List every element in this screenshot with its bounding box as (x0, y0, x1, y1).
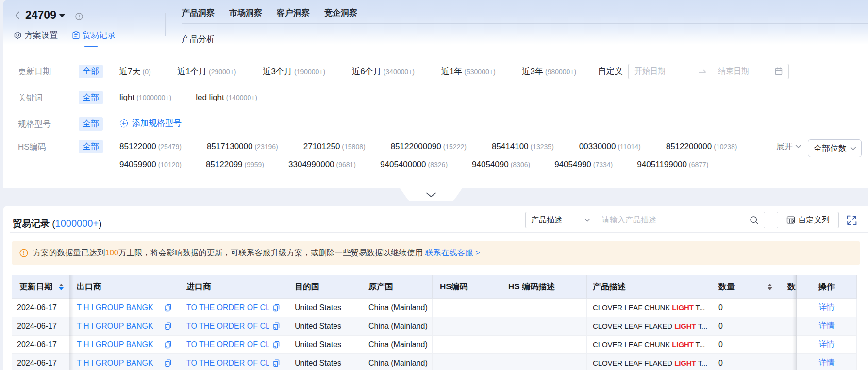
search-input[interactable] (602, 216, 750, 224)
detail-link[interactable]: 详情 (819, 303, 835, 313)
cell-origin: China (Mainland) (361, 299, 433, 317)
hs-option[interactable]: 94054090(8306) (472, 160, 530, 169)
copy-icon[interactable] (273, 359, 280, 367)
warning-icon (19, 249, 28, 257)
search-icon[interactable] (750, 216, 759, 225)
hs-option[interactable]: 27101250(15808) (303, 142, 366, 151)
sorter-date[interactable] (59, 284, 64, 290)
hs-expand-button[interactable]: 展开 (776, 141, 801, 152)
hs-all-chip[interactable]: 全部 (79, 140, 103, 153)
col-header-qty-unit: 数量单位 (780, 275, 797, 299)
detail-link[interactable]: 详情 (819, 321, 835, 331)
keyword-options: light(1000000+) led light(140000+) (119, 91, 257, 104)
hs-option[interactable]: 94059900(10120) (119, 160, 182, 169)
col-header-qty[interactable]: 数量 (711, 275, 780, 299)
cell-desc: CLOVER LEAF FLAKED LIGHT T... (587, 354, 711, 370)
tab-trade-records[interactable]: 贸易记录 (72, 30, 116, 41)
date-range-picker[interactable]: 开始日期 结束日期 (628, 64, 789, 79)
contact-support-link[interactable]: 联系在线客服 > (425, 248, 480, 257)
nav-competitor-insight[interactable]: 竞企洞察 (324, 7, 357, 18)
hs-option[interactable]: 3304990000(9681) (288, 160, 356, 169)
nav-product-insight[interactable]: 产品洞察 (182, 7, 215, 18)
detail-link[interactable]: 详情 (819, 358, 835, 368)
hs-option[interactable]: 94054990(7334) (554, 160, 613, 169)
fullscreen-button[interactable] (846, 214, 857, 226)
highlight-keyword: LIGHT (672, 340, 694, 349)
copy-icon[interactable] (165, 359, 171, 367)
hs-option[interactable]: 8517130000(23196) (207, 142, 278, 151)
hs-option[interactable]: 85122000(25479) (119, 142, 182, 151)
copy-icon[interactable] (273, 304, 280, 312)
copy-icon[interactable] (165, 304, 171, 312)
subnav-product-analysis[interactable]: 产品分析 (182, 34, 215, 45)
nav-customer-insight[interactable]: 客户洞察 (277, 7, 310, 18)
custom-columns-button[interactable]: 自定义列 (777, 212, 839, 228)
date-option[interactable]: 近6个月(340000+) (352, 66, 415, 77)
search-field-select[interactable]: 产品描述 (526, 212, 596, 228)
trade-records-table: 更新日期 出口商 进口商 目的国 原产国 HS编码 HS 编码描述 产品描述 数… (12, 275, 857, 370)
filter-collapse-tab[interactable] (400, 188, 462, 202)
add-spec-button[interactable]: 添加规格型号 (119, 118, 182, 129)
date-option[interactable]: 近7天(0) (119, 66, 151, 77)
hs-digits-label: 全部位数 (814, 143, 847, 154)
hs-option[interactable]: 85414100(13235) (492, 142, 554, 151)
keyword-all-chip[interactable]: 全部 (79, 91, 103, 104)
table-scrollbar-gutter[interactable] (857, 275, 868, 370)
cell-exporter[interactable]: T H I GROUP BANGK (69, 354, 179, 370)
keyword-option[interactable]: led light(140000+) (196, 93, 257, 102)
cell-action: 详情 (797, 317, 857, 336)
hs-option[interactable]: 85122000090(15222) (391, 142, 467, 151)
cell-desc: CLOVER LEAF CHUNK LIGHT T... (587, 299, 711, 317)
date-option[interactable]: 近1年(530000+) (441, 66, 496, 77)
info-icon[interactable] (75, 13, 83, 20)
nav-market-insight[interactable]: 市场洞察 (229, 7, 262, 18)
copy-icon[interactable] (273, 322, 280, 330)
records-title: 贸易记录 (1000000+) (13, 218, 101, 230)
main-nav: 产品洞察 市场洞察 客户洞察 竞企洞察 (182, 7, 357, 18)
cell-importer[interactable]: TO THE ORDER OF CL (179, 336, 287, 354)
sorter-qty[interactable] (768, 284, 772, 290)
tab-plan-settings[interactable]: 方案设置 (14, 30, 58, 41)
hs-option[interactable]: 9405400000(8326) (380, 160, 448, 169)
records-panel: 贸易记录 (1000000+) 产品描述 (3, 206, 868, 370)
settings-icon (14, 31, 22, 39)
cell-exporter[interactable]: T H I GROUP BANGK (69, 336, 179, 354)
date-option[interactable]: 近1个月(29000+) (178, 66, 236, 77)
quota-warning-text: 方案的数据量已达到100万上限，将会影响数据的更新，可联系客服升级方案，或删除一… (33, 248, 480, 258)
hs-option[interactable]: 8512200000(10238) (666, 142, 737, 151)
cell-hs (433, 336, 501, 354)
filter-row-keyword: 关键词 全部 light(1000000+) led light(140000+… (3, 91, 868, 104)
col-header-date[interactable]: 更新日期 (12, 275, 69, 299)
col-header-hs-desc: HS 编码描述 (501, 275, 587, 299)
cell-qty: 0 (711, 299, 780, 317)
date-option[interactable]: 近3年(980000+) (522, 66, 577, 77)
cell-qty-unit (780, 336, 797, 354)
toolbar-divider (10, 232, 868, 233)
detail-link[interactable]: 详情 (819, 339, 835, 350)
date-custom-option[interactable]: 自定义 (598, 66, 623, 77)
cell-qty-unit (780, 354, 797, 370)
cell-importer[interactable]: TO THE ORDER OF CL (179, 317, 287, 336)
col-header-exporter: 出口商 (69, 275, 179, 299)
hs-option[interactable]: 00330000(11014) (579, 142, 641, 151)
cell-exporter[interactable]: T H I GROUP BANGK (69, 317, 179, 336)
cell-desc: CLOVER LEAF FLAKED LIGHT T... (587, 317, 711, 336)
copy-icon[interactable] (273, 341, 280, 349)
hs-option[interactable]: 94051199000(6877) (637, 160, 708, 169)
date-all-chip[interactable]: 全部 (79, 65, 103, 78)
hs-digits-select[interactable]: 全部位数 (808, 139, 862, 157)
spec-all-chip[interactable]: 全部 (79, 117, 103, 131)
title-dropdown-caret-icon[interactable] (59, 14, 66, 17)
cell-exporter[interactable]: T H I GROUP BANGK (69, 299, 179, 317)
cell-action: 详情 (797, 354, 857, 370)
hs-option[interactable]: 85122099(9959) (206, 160, 264, 169)
cell-importer[interactable]: TO THE ORDER OF CL (179, 299, 287, 317)
keyword-option[interactable]: light(1000000+) (119, 93, 171, 102)
copy-icon[interactable] (165, 322, 171, 330)
date-option[interactable]: 近3个月(190000+) (263, 66, 326, 77)
custom-columns-icon (786, 216, 795, 224)
copy-icon[interactable] (165, 341, 171, 349)
sort-desc-icon (768, 287, 772, 290)
back-icon[interactable] (15, 11, 20, 19)
cell-importer[interactable]: TO THE ORDER OF CL (179, 354, 287, 370)
